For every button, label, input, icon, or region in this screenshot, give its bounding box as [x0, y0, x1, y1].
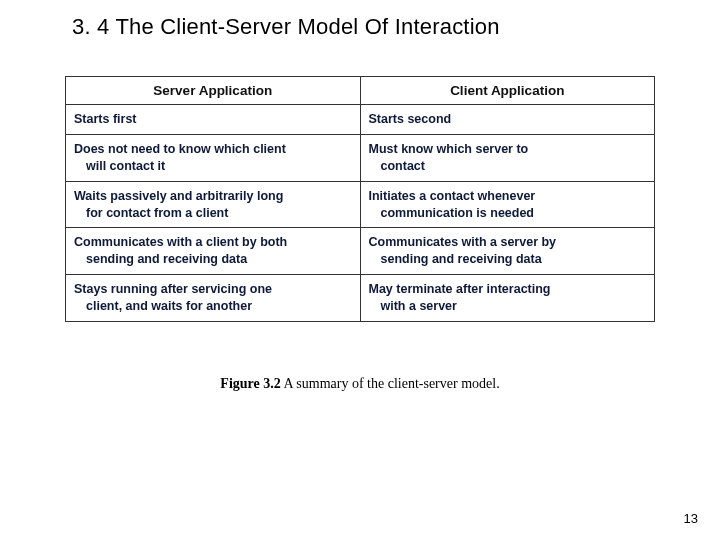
- figure-text: A summary of the client-server model.: [281, 376, 500, 391]
- cell-line2: with a server: [369, 298, 647, 315]
- page-number: 13: [684, 511, 698, 526]
- comparison-table: Server Application Client Application St…: [65, 76, 655, 322]
- cell-server: Stays running after servicing one client…: [66, 275, 361, 322]
- cell-line2: communication is needed: [369, 205, 647, 222]
- table-header-row: Server Application Client Application: [66, 77, 655, 105]
- header-server: Server Application: [66, 77, 361, 105]
- cell-line1: Must know which server to: [369, 142, 529, 156]
- cell-client: May terminate after interacting with a s…: [360, 275, 655, 322]
- cell-server: Waits passively and arbitrarily long for…: [66, 181, 361, 228]
- cell-server: Starts first: [66, 105, 361, 135]
- cell-client: Initiates a contact whenever communicati…: [360, 181, 655, 228]
- table-row: Starts first Starts second: [66, 105, 655, 135]
- cell-line2: for contact from a client: [74, 205, 352, 222]
- slide: 3. 4 The Client-Server Model Of Interact…: [0, 0, 720, 540]
- cell-line1: Starts second: [369, 112, 452, 126]
- cell-client: Starts second: [360, 105, 655, 135]
- cell-line1: Initiates a contact whenever: [369, 189, 536, 203]
- cell-line2: will contact it: [74, 158, 352, 175]
- cell-line1: Communicates with a server by: [369, 235, 557, 249]
- cell-line2: sending and receiving data: [369, 251, 647, 268]
- header-client: Client Application: [360, 77, 655, 105]
- table-row: Stays running after servicing one client…: [66, 275, 655, 322]
- figure-label: Figure 3.2: [220, 376, 280, 391]
- cell-line2: sending and receiving data: [74, 251, 352, 268]
- cell-line2: client, and waits for another: [74, 298, 352, 315]
- table-row: Communicates with a client by both sendi…: [66, 228, 655, 275]
- figure-caption: Figure 3.2 A summary of the client-serve…: [0, 376, 720, 392]
- section-heading: 3. 4 The Client-Server Model Of Interact…: [0, 0, 720, 40]
- cell-line1: May terminate after interacting: [369, 282, 551, 296]
- cell-line2: contact: [369, 158, 647, 175]
- cell-server: Communicates with a client by both sendi…: [66, 228, 361, 275]
- cell-server: Does not need to know which client will …: [66, 134, 361, 181]
- cell-line1: Waits passively and arbitrarily long: [74, 189, 283, 203]
- cell-client: Must know which server to contact: [360, 134, 655, 181]
- cell-client: Communicates with a server by sending an…: [360, 228, 655, 275]
- cell-line1: Starts first: [74, 112, 137, 126]
- cell-line1: Stays running after servicing one: [74, 282, 272, 296]
- table-row: Waits passively and arbitrarily long for…: [66, 181, 655, 228]
- comparison-table-wrap: Server Application Client Application St…: [65, 76, 655, 322]
- table-row: Does not need to know which client will …: [66, 134, 655, 181]
- cell-line1: Does not need to know which client: [74, 142, 286, 156]
- cell-line1: Communicates with a client by both: [74, 235, 287, 249]
